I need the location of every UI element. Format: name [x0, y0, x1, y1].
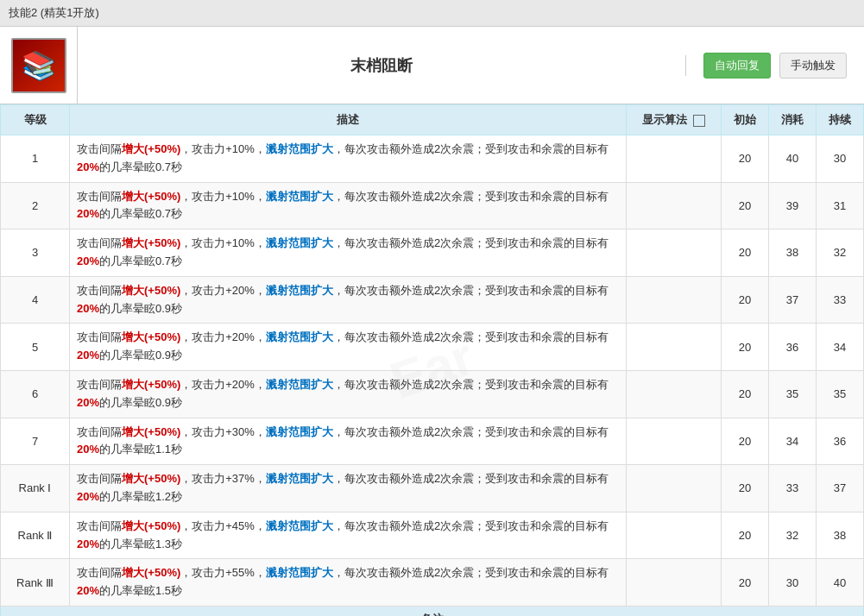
table-row: 3 攻击间隔增大(+50%)，攻击力+10%，溅射范围扩大，每次攻击额外造成2次… — [1, 229, 864, 277]
dur-cell: 32 — [817, 229, 864, 277]
header-level: 等级 — [1, 105, 70, 135]
init-cell: 20 — [722, 465, 769, 512]
desc-cell: 攻击间隔增大(+50%)，攻击力+10%，溅射范围扩大，每次攻击额外造成2次余震… — [70, 135, 627, 183]
auto-recover-button[interactable]: 自动回复 — [703, 53, 771, 79]
cost-cell: 36 — [769, 324, 817, 371]
display-cell — [627, 229, 722, 277]
level-cell: 5 — [1, 324, 70, 371]
init-cell: 20 — [722, 559, 769, 607]
desc-cell: 攻击间隔增大(+50%)，攻击力+10%，溅射范围扩大，每次攻击额外造成2次余震… — [70, 229, 627, 277]
cost-cell: 39 — [769, 182, 817, 229]
table-row: 2 攻击间隔增大(+50%)，攻击力+10%，溅射范围扩大，每次攻击额外造成2次… — [1, 182, 864, 229]
init-cell: 20 — [722, 324, 769, 371]
cost-cell: 33 — [769, 465, 817, 512]
table-row: 4 攻击间隔增大(+50%)，攻击力+20%，溅射范围扩大，每次攻击额外造成2次… — [1, 276, 864, 324]
table-row: Rank Ⅰ 攻击间隔增大(+50%)，攻击力+37%，溅射范围扩大，每次攻击额… — [1, 465, 864, 512]
cost-cell: 34 — [769, 418, 817, 465]
desc-cell: 攻击间隔增大(+50%)，攻击力+20%，溅射范围扩大，每次攻击额外造成2次余震… — [70, 370, 627, 418]
init-cell: 20 — [722, 135, 769, 183]
init-cell: 20 — [722, 229, 769, 277]
level-cell: 6 — [1, 370, 70, 418]
display-cell — [627, 135, 722, 183]
skill-header: 末梢阻断 自动回复 手动触发 — [0, 27, 864, 104]
table-row: 7 攻击间隔增大(+50%)，攻击力+30%，溅射范围扩大，每次攻击额外造成2次… — [1, 418, 864, 465]
skill-icon-container — [0, 27, 78, 104]
header-cost: 消耗 — [769, 105, 817, 135]
table-header-row: 等级 描述 显示算法 初始 消耗 持续 — [1, 105, 864, 135]
header-init: 初始 — [722, 105, 769, 135]
dur-cell: 34 — [817, 324, 864, 371]
display-cell — [627, 559, 722, 607]
cost-cell: 37 — [769, 276, 817, 324]
display-cell — [627, 276, 722, 324]
skill-buttons: 自动回复 手动触发 — [686, 53, 864, 79]
dur-cell: 31 — [817, 182, 864, 229]
dur-cell: 38 — [817, 512, 864, 559]
skill-name: 末梢阻断 — [78, 55, 686, 76]
display-checkbox[interactable] — [693, 115, 705, 127]
skill-table: 等级 描述 显示算法 初始 消耗 持续 1 攻击间隔增大(+50%)，攻击力+ — [0, 104, 864, 616]
desc-cell: 攻击间隔增大(+50%)，攻击力+37%，溅射范围扩大，每次攻击额外造成2次余震… — [70, 465, 627, 512]
dur-cell: 30 — [817, 135, 864, 183]
level-cell: 4 — [1, 276, 70, 324]
dur-cell: 36 — [817, 418, 864, 465]
topbar: 技能2 (精英1开放) — [0, 0, 864, 27]
display-cell — [627, 418, 722, 465]
display-cell — [627, 512, 722, 559]
skill-table-container: Ear 等级 描述 显示算法 初始 消耗 持续 1 — [0, 104, 864, 616]
cost-cell: 32 — [769, 512, 817, 559]
level-cell: Rank Ⅰ — [1, 465, 70, 512]
dur-cell: 35 — [817, 370, 864, 418]
cost-cell: 35 — [769, 370, 817, 418]
table-row: Rank Ⅲ 攻击间隔增大(+50%)，攻击力+55%，溅射范围扩大，每次攻击额… — [1, 559, 864, 607]
dur-cell: 40 — [817, 559, 864, 607]
main-container: 技能2 (精英1开放) 末梢阻断 自动回复 手动触发 Ear 等级 描述 显示算… — [0, 0, 864, 616]
table-row: Rank Ⅱ 攻击间隔增大(+50%)，攻击力+45%，溅射范围扩大，每次攻击额… — [1, 512, 864, 559]
init-cell: 20 — [722, 370, 769, 418]
init-cell: 20 — [722, 276, 769, 324]
level-cell: Rank Ⅱ — [1, 512, 70, 559]
level-cell: 3 — [1, 229, 70, 277]
manual-trigger-button[interactable]: 手动触发 — [779, 53, 847, 79]
desc-cell: 攻击间隔增大(+50%)，攻击力+55%，溅射范围扩大，每次攻击额外造成2次余震… — [70, 559, 627, 607]
desc-cell: 攻击间隔增大(+50%)，攻击力+10%，溅射范围扩大，每次攻击额外造成2次余震… — [70, 182, 627, 229]
display-cell — [627, 324, 722, 371]
level-cell: 1 — [1, 135, 70, 183]
desc-cell: 攻击间隔增大(+50%)，攻击力+20%，溅射范围扩大，每次攻击额外造成2次余震… — [70, 276, 627, 324]
table-row: 6 攻击间隔增大(+50%)，攻击力+20%，溅射范围扩大，每次攻击额外造成2次… — [1, 370, 864, 418]
init-cell: 20 — [722, 512, 769, 559]
header-display: 显示算法 — [627, 105, 722, 135]
dur-cell: 37 — [817, 465, 864, 512]
init-cell: 20 — [722, 418, 769, 465]
desc-cell: 攻击间隔增大(+50%)，攻击力+45%，溅射范围扩大，每次攻击额外造成2次余震… — [70, 512, 627, 559]
dur-cell: 33 — [817, 276, 864, 324]
cost-cell: 40 — [769, 135, 817, 183]
skill-icon — [11, 38, 66, 93]
table-row: 1 攻击间隔增大(+50%)，攻击力+10%，溅射范围扩大，每次攻击额外造成2次… — [1, 135, 864, 183]
topbar-title: 技能2 (精英1开放) — [9, 6, 99, 19]
table-row: 5 攻击间隔增大(+50%)，攻击力+20%，溅射范围扩大，每次攻击额外造成2次… — [1, 324, 864, 371]
init-cell: 20 — [722, 182, 769, 229]
display-cell — [627, 465, 722, 512]
header-dur: 持续 — [817, 105, 864, 135]
level-cell: 2 — [1, 182, 70, 229]
footer-cell: 备注 — [1, 606, 864, 616]
header-desc: 描述 — [70, 105, 627, 135]
desc-cell: 攻击间隔增大(+50%)，攻击力+30%，溅射范围扩大，每次攻击额外造成2次余震… — [70, 418, 627, 465]
display-cell — [627, 370, 722, 418]
level-cell: Rank Ⅲ — [1, 559, 70, 607]
cost-cell: 30 — [769, 559, 817, 607]
cost-cell: 38 — [769, 229, 817, 277]
desc-cell: 攻击间隔增大(+50%)，攻击力+20%，溅射范围扩大，每次攻击额外造成2次余震… — [70, 324, 627, 371]
table-footer-row: 备注 — [1, 606, 864, 616]
display-cell — [627, 182, 722, 229]
level-cell: 7 — [1, 418, 70, 465]
